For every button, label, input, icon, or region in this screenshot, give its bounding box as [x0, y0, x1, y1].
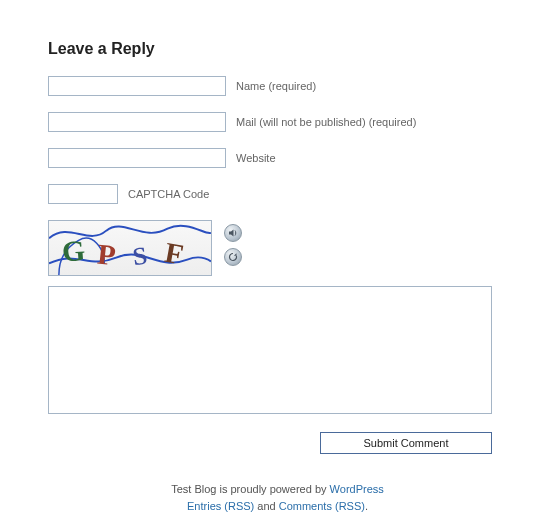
- captcha-row: CAPTCHA Code: [48, 184, 507, 204]
- footer: Test Blog is proudly powered by WordPres…: [0, 481, 555, 514]
- submit-row: Submit Comment: [48, 432, 492, 454]
- audio-icon[interactable]: [224, 224, 242, 242]
- captcha-label: CAPTCHA Code: [128, 188, 209, 200]
- submit-button[interactable]: Submit Comment: [320, 432, 492, 454]
- mail-input[interactable]: [48, 112, 226, 132]
- mail-label: Mail (will not be published) (required): [236, 116, 416, 128]
- refresh-icon[interactable]: [224, 248, 242, 266]
- svg-text:P: P: [96, 238, 118, 271]
- entries-rss-link[interactable]: Entries (RSS): [187, 500, 254, 512]
- captcha-image: G P S F: [48, 220, 212, 276]
- reply-heading: Leave a Reply: [48, 40, 507, 58]
- name-input[interactable]: [48, 76, 226, 96]
- captcha-area: G P S F: [48, 220, 507, 276]
- footer-and: and: [254, 500, 278, 512]
- name-label: Name (required): [236, 80, 316, 92]
- mail-row: Mail (will not be published) (required): [48, 112, 507, 132]
- svg-text:F: F: [163, 236, 186, 270]
- website-label: Website: [236, 152, 276, 164]
- footer-period: .: [365, 500, 368, 512]
- svg-text:S: S: [131, 241, 149, 270]
- website-row: Website: [48, 148, 507, 168]
- captcha-input[interactable]: [48, 184, 118, 204]
- comments-rss-link[interactable]: Comments (RSS): [279, 500, 365, 512]
- captcha-controls: [224, 220, 242, 266]
- wordpress-link[interactable]: WordPress: [330, 483, 384, 495]
- footer-text: Test Blog is proudly powered by: [171, 483, 329, 495]
- name-row: Name (required): [48, 76, 507, 96]
- comment-textarea[interactable]: [48, 286, 492, 414]
- svg-text:G: G: [61, 234, 86, 267]
- website-input[interactable]: [48, 148, 226, 168]
